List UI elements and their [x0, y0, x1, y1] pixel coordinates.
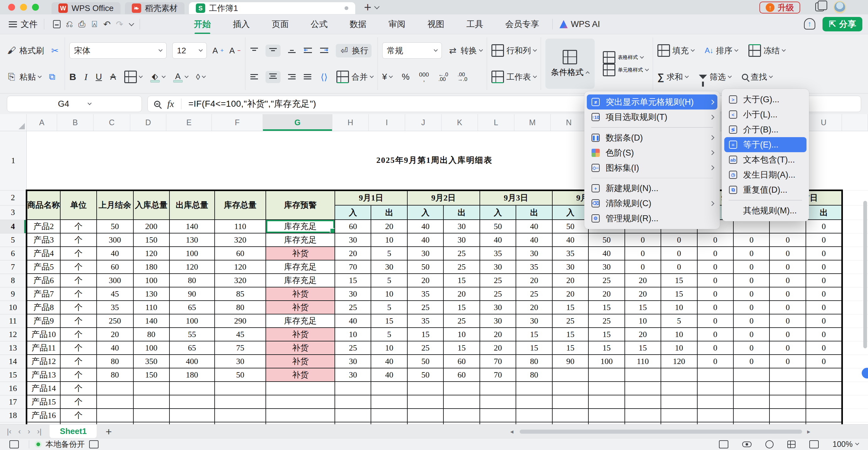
in-header[interactable]: 入	[407, 205, 443, 220]
cell-day-value[interactable]: 60	[443, 355, 479, 368]
row-header-15[interactable]: 15	[0, 368, 27, 382]
cell-unit[interactable]: 个	[60, 368, 97, 382]
in-header[interactable]: 入	[335, 205, 371, 220]
cell-stock-total[interactable]: 110	[215, 220, 266, 233]
row-header-9[interactable]: 9	[0, 287, 27, 301]
format-painter-button[interactable]: 🖌格式刷	[6, 45, 44, 56]
cell-day-value[interactable]: 15	[588, 328, 625, 341]
cell-day-value[interactable]: 10	[625, 314, 661, 328]
cell-day-value[interactable]: 20	[407, 274, 443, 287]
cell-prev-balance[interactable]	[97, 382, 133, 395]
cell-day-value[interactable]: 40	[335, 314, 371, 328]
cut-button[interactable]: ✂	[50, 45, 60, 56]
cell-day-value[interactable]: 20	[625, 328, 661, 341]
cell-day-value[interactable]: 0	[697, 233, 733, 247]
row-header-2[interactable]: 2	[0, 190, 27, 205]
column-header-G[interactable]: G	[263, 114, 332, 131]
cell-day-value[interactable]: 0	[697, 287, 733, 301]
cell-day-value[interactable]: 50	[407, 260, 443, 274]
cell-out-total[interactable]: 65	[169, 301, 215, 314]
in-header[interactable]: 入	[480, 205, 516, 220]
cell-in-total[interactable]: 150	[133, 368, 169, 382]
cell-unit[interactable]: 个	[60, 260, 97, 274]
cell-in-total[interactable]: 100	[133, 341, 169, 355]
cell-day-value[interactable]	[371, 422, 407, 424]
cell-out-total[interactable]: 100	[169, 247, 215, 260]
cell-day-value[interactable]: 15	[407, 328, 443, 341]
cell-day-value[interactable]: 25	[407, 301, 443, 314]
column-header-K[interactable]: K	[441, 114, 478, 131]
user-avatar[interactable]	[834, 1, 846, 13]
cell-in-total[interactable]	[133, 422, 169, 424]
row-header-5[interactable]: 5	[0, 233, 27, 247]
cell-stock-warning[interactable]: 库存充足	[266, 233, 335, 247]
cell-day-value[interactable]: 40	[371, 368, 407, 382]
cell-day-value[interactable]	[443, 382, 479, 395]
cell-unit[interactable]: 个	[60, 247, 97, 260]
name-box[interactable]: G4	[7, 96, 142, 112]
cell-day-value[interactable]	[407, 395, 443, 409]
cell-in-total[interactable]: 200	[133, 220, 169, 233]
menu-item-管理规则[interactable]: ⚙管理规则(R)...	[587, 211, 717, 226]
cell-out-total[interactable]: 120	[169, 260, 215, 274]
row-header-14[interactable]: 14	[0, 355, 27, 368]
cell-day-value[interactable]: 100	[588, 355, 625, 368]
convert-button[interactable]: ⇄转换	[447, 45, 482, 56]
out-header[interactable]: 出	[806, 205, 842, 220]
cell-day-value[interactable]: 20	[625, 274, 661, 287]
cell-day-value[interactable]	[443, 395, 479, 409]
cell-name-产品16[interactable]: 产品16	[27, 409, 61, 422]
cell-day-value[interactable]	[335, 382, 371, 395]
cell-in-total[interactable]: 150	[133, 233, 169, 247]
cell-day-value[interactable]: 70	[335, 260, 371, 274]
ribbon-tab-数据[interactable]: 数据	[349, 16, 367, 33]
header-单位[interactable]: 单位	[60, 190, 97, 220]
cell-day-value[interactable]: 40	[552, 233, 588, 247]
column-header-U[interactable]: U	[806, 114, 842, 131]
zoom-formula-icon[interactable]	[154, 101, 160, 107]
cell-day-value[interactable]: 15	[335, 274, 371, 287]
ribbon-tab-开始[interactable]: 开始	[193, 16, 212, 33]
filter-button[interactable]: 筛选	[699, 71, 731, 83]
cell-day-value[interactable]: 20	[371, 220, 407, 233]
cell-day-value[interactable]: 30	[552, 260, 588, 274]
record-icon[interactable]	[765, 440, 774, 448]
cell-day-value[interactable]	[661, 368, 697, 382]
cell-in-total[interactable]: 350	[133, 355, 169, 368]
cell-day-value[interactable]: 80	[516, 355, 552, 368]
row-header-11[interactable]: 11	[0, 314, 27, 328]
cell-day-value[interactable]	[480, 382, 516, 395]
cell-day-value[interactable]	[625, 409, 661, 422]
cell-day-value[interactable]: 0	[661, 247, 697, 260]
cell-day-value[interactable]: 20	[443, 287, 479, 301]
cell-day-value[interactable]: 30	[335, 287, 371, 301]
cell-day-value[interactable]: 0	[806, 233, 842, 247]
cell-day-value[interactable]	[552, 382, 588, 395]
decrease-font-button[interactable]: A−	[229, 46, 241, 56]
cell-day-value[interactable]: 5	[371, 301, 407, 314]
cell-day-value[interactable]: 0	[770, 233, 806, 247]
thousands-button[interactable]: 000,	[419, 72, 429, 82]
cell-day-value[interactable]: 0	[625, 260, 661, 274]
cell-name-产品2[interactable]: 产品2	[27, 220, 61, 233]
borders-button[interactable]	[124, 70, 142, 83]
cell-day-value[interactable]	[516, 409, 552, 422]
maximize-window-icon[interactable]	[32, 4, 39, 11]
cell-day-value[interactable]: 0	[697, 341, 733, 355]
column-header-C[interactable]: C	[94, 114, 130, 131]
cell-day-value[interactable]: 20	[480, 341, 516, 355]
cell-day-value[interactable]: 120	[661, 355, 697, 368]
cell-day-value[interactable]: 10	[371, 233, 407, 247]
cell-stock-total[interactable]: 75	[215, 341, 266, 355]
undo-button[interactable]: ↶	[101, 18, 113, 30]
cell-day-value[interactable]: 0	[770, 355, 806, 368]
cell-name-产品7[interactable]: 产品7	[27, 287, 61, 301]
menu-item-重复值[interactable]: ⧉重复值(D)...	[724, 182, 806, 198]
cell-day-value[interactable]: 0	[697, 301, 733, 314]
cell-name-产品4[interactable]: 产品4	[27, 247, 61, 260]
cell-day-value[interactable]: 40	[516, 220, 552, 233]
freeze-button[interactable]: 冻结	[748, 44, 785, 57]
cell-day-value[interactable]	[661, 382, 697, 395]
cell-day-value[interactable]: 0	[661, 233, 697, 247]
merge-cells-button[interactable]: 合并	[336, 70, 373, 83]
